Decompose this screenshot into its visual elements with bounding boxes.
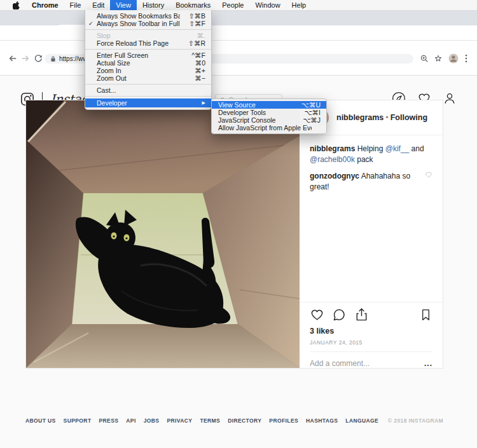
footer-link-directory[interactable]: DIRECTORY [228, 417, 261, 424]
comment-2-username[interactable]: gonzodognyc [310, 172, 359, 180]
footer-link-press[interactable]: PRESS [99, 417, 118, 424]
post-side-panel: nibblegrams•Following nibblegrams Helpin… [300, 100, 443, 368]
checkmark-icon: ✓ [88, 20, 97, 27]
macos-menu-bar: Chrome File Edit View History Bookmarks … [0, 0, 477, 11]
post-photo-cat-in-box[interactable] [26, 100, 300, 368]
submenu-item-view-source[interactable]: View Source⌥⌘U [212, 101, 326, 109]
tab-bar: Nibbler the cat [0, 11, 477, 25]
footer-link-profiles[interactable]: PROFILES [269, 417, 298, 424]
footer-link-privacy[interactable]: PRIVACY [167, 417, 192, 424]
footer-link-about-us[interactable]: ABOUT US [25, 417, 56, 424]
menu-item-actual-size[interactable]: Actual Size⌘0 [85, 59, 211, 67]
footer-link-terms[interactable]: TERMS [200, 417, 220, 424]
copyright-text: © 2018 INSTAGRAM [388, 417, 443, 424]
menubar-item-chrome[interactable]: Chrome [26, 0, 64, 10]
comment-bubble-icon[interactable] [332, 308, 347, 322]
instagram-footer: ABOUT US SUPPORT PRESS API JOBS PRIVACY … [25, 417, 443, 424]
mention-link-kif[interactable]: @kif__ [385, 144, 410, 153]
menu-item-stop: Stop⌘. [85, 32, 211, 39]
menubar-item-file[interactable]: File [64, 0, 87, 10]
footer-link-jobs[interactable]: JOBS [144, 417, 160, 424]
post-actions: 3 likes JANUARY 24, 2015 [300, 302, 443, 346]
mention-link-rachelb00k[interactable]: @rachelb00k [310, 155, 355, 164]
menu-item-zoom-out[interactable]: Zoom Out⌘− [85, 74, 211, 82]
menubar-item-window[interactable]: Window [249, 0, 286, 10]
apple-menu-icon[interactable] [6, 0, 26, 10]
forward-button[interactable] [21, 54, 30, 63]
menu-item-always-show-toolbar[interactable]: ✓Always Show Toolbar in Full Screen⇧⌘F [85, 20, 211, 27]
footer-link-hashtags[interactable]: HASHTAGS [306, 417, 338, 424]
likes-count[interactable]: 3 likes [310, 327, 432, 336]
padlock-icon [50, 55, 56, 62]
menu-item-force-reload[interactable]: Force Reload This Page⇧⌘R [85, 39, 211, 47]
menubar-item-view[interactable]: View [110, 0, 137, 10]
back-button[interactable] [8, 54, 17, 63]
comments-section: nibblegrams Helping @kif__ and @rachelb0… [300, 135, 443, 193]
menu-separator [85, 96, 211, 97]
menu-item-always-show-bookmarks-bar[interactable]: Always Show Bookmarks Bar⇧⌘B [85, 12, 211, 20]
menu-item-developer[interactable]: Developer▶ [85, 98, 211, 107]
comment-1-username[interactable]: nibblegrams [310, 144, 355, 153]
like-heart-icon[interactable] [310, 308, 324, 322]
chrome-menu-dots-icon[interactable] [465, 54, 467, 63]
post-username[interactable]: nibblegrams [336, 113, 384, 122]
reload-button[interactable] [34, 54, 43, 63]
menubar-item-help[interactable]: Help [286, 0, 312, 10]
menu-separator [85, 49, 211, 50]
submenu-item-developer-tools[interactable]: Developer Tools⌥⌘I [212, 109, 326, 116]
comment-1-text-2: and [409, 144, 424, 153]
add-comment-placeholder[interactable]: Add a comment... [310, 359, 370, 368]
footer-link-api[interactable]: API [126, 417, 135, 424]
bookmark-star-icon[interactable] [434, 54, 443, 63]
browser-toolbar: https://ww [0, 25, 477, 41]
menu-separator [85, 29, 211, 30]
footer-link-language[interactable]: LANGUAGE [345, 417, 378, 424]
add-comment-bar[interactable]: Add a comment... ... [310, 351, 432, 368]
footer-link-support[interactable]: SUPPORT [64, 417, 92, 424]
bookmark-icon[interactable] [419, 308, 432, 322]
username-bullet: • [384, 113, 390, 122]
submenu-item-javascript-console[interactable]: JavaScript Console⌥⌘J [212, 116, 326, 124]
comment-1: nibblegrams Helping @kif__ and @rachelb0… [310, 144, 432, 165]
more-options-button[interactable]: ... [424, 359, 432, 368]
menubar-item-edit[interactable]: Edit [86, 0, 110, 10]
menubar-item-history[interactable]: History [137, 0, 170, 10]
menu-item-cast[interactable]: Cast... [85, 86, 211, 94]
menu-separator [85, 84, 211, 85]
comment-2: gonzodognyc Ahahahaha so great! [310, 171, 432, 193]
post-date: JANUARY 24, 2015 [310, 339, 432, 346]
comment-1-text-3: pack [355, 155, 373, 164]
menubar-item-bookmarks[interactable]: Bookmarks [170, 0, 216, 10]
profile-person-icon[interactable] [443, 92, 457, 105]
menu-item-zoom-in[interactable]: Zoom In⌘+ [85, 67, 211, 74]
comment-1-text: Helping [355, 144, 385, 153]
url-text: https://ww [59, 55, 87, 62]
zoom-page-icon[interactable] [420, 54, 429, 63]
screen: Instagram [0, 0, 477, 448]
comment-like-heart-icon[interactable] [425, 171, 432, 179]
view-menu-dropdown: Always Show Bookmarks Bar⇧⌘B ✓Always Sho… [85, 10, 212, 110]
submenu-item-allow-javascript-apple-events[interactable]: Allow JavaScript from Apple Events [212, 124, 326, 132]
developer-submenu: View Source⌥⌘U Developer Tools⌥⌘I JavaSc… [211, 98, 327, 134]
menu-item-enter-full-screen[interactable]: Enter Full Screen^⌘F [85, 51, 211, 59]
submenu-arrow-icon: ▶ [202, 100, 205, 105]
following-button[interactable]: Following [391, 113, 427, 122]
profile-avatar-button[interactable] [448, 53, 459, 64]
share-upload-icon[interactable] [354, 308, 369, 322]
post-card: nibblegrams•Following nibblegrams Helpin… [25, 100, 443, 369]
menubar-item-people[interactable]: People [216, 0, 249, 10]
